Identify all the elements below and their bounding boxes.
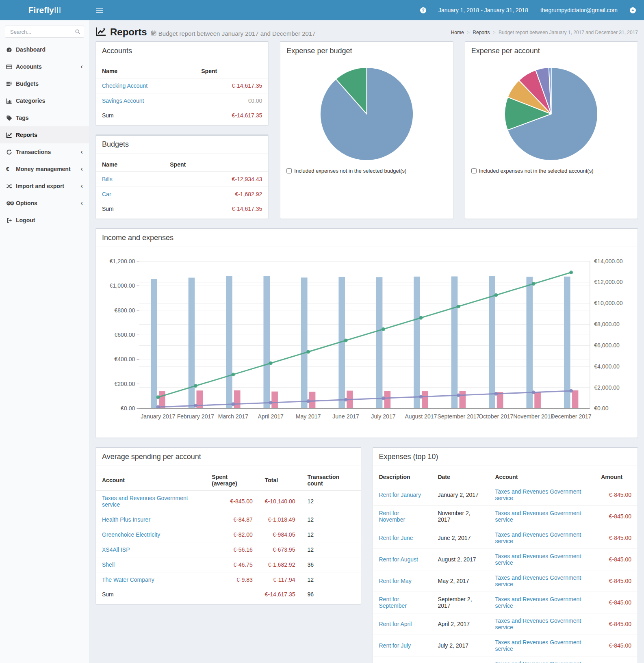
transaction-amount: €-845.00 xyxy=(595,506,637,527)
sum-total: €-14,617.35 xyxy=(259,587,301,602)
col-header-spent: Spent xyxy=(195,64,268,78)
accounts-box-title: Accounts xyxy=(96,42,268,60)
svg-text:September 2017: September 2017 xyxy=(437,413,479,420)
transaction-count: 12 xyxy=(301,512,360,527)
sidebar-item-dashboard[interactable]: Dashboard xyxy=(0,41,89,58)
help-icon[interactable]: ? xyxy=(420,7,426,13)
euro-icon: € xyxy=(6,166,16,172)
svg-text:€0.00: €0.00 xyxy=(121,405,135,412)
transaction-link[interactable]: Rent for November xyxy=(379,510,405,523)
table-row: Shell €-46.75 €-1,682.92 36 xyxy=(96,557,361,572)
brand-logo[interactable]: FireflyIII xyxy=(0,0,89,20)
logout-icon xyxy=(6,217,16,223)
sidebar-item-budgets[interactable]: Budgets xyxy=(0,75,89,92)
table-row: Health Plus Insurer €-84.87 €-1,018.49 1… xyxy=(96,512,361,527)
include-other-budget-expenses-checkbox[interactable] xyxy=(286,168,292,173)
transaction-date: November 2, 2017 xyxy=(432,506,489,527)
budget-link[interactable]: Bills xyxy=(102,176,113,182)
sidebar-item-logout[interactable]: Logout xyxy=(0,212,89,229)
table-row: Bills €-12,934.43 xyxy=(96,172,268,187)
accounts-box: Accounts Name Spent xyxy=(95,41,269,126)
transaction-amount: €-845.00 xyxy=(595,613,637,635)
account-link[interactable]: Taxes and Revenues Government service xyxy=(495,510,581,523)
sidebar-item-transactions[interactable]: Transactions ‹ xyxy=(0,143,89,160)
sidebar-item-accounts[interactable]: Accounts ‹ xyxy=(0,58,89,75)
total-amount: €-673.95 xyxy=(259,542,301,557)
dashboard-icon xyxy=(6,47,16,53)
date-range-link[interactable]: January 1, 2018 - January 31, 2018 xyxy=(438,7,528,13)
account-link[interactable]: Greenchoice Electricity xyxy=(102,531,160,538)
sidebar-item-money-management[interactable]: € Money management ‹ xyxy=(0,160,89,178)
chevron-left-icon: ‹ xyxy=(80,65,83,69)
line-chart-icon xyxy=(6,132,16,138)
sidebar-item-import-export[interactable]: Import and export ‹ xyxy=(0,178,89,195)
svg-text:February 2017: February 2017 xyxy=(177,413,215,420)
table-row: Savings Account €0.00 xyxy=(96,93,268,108)
transaction-count: 12 xyxy=(301,542,360,557)
sidebar: Dashboard Accounts ‹ Budgets Categories … xyxy=(0,20,89,663)
breadcrumb-current: Budget report between January 1, 2017 an… xyxy=(499,30,638,35)
col-header-description: Description xyxy=(373,470,432,484)
transaction-link[interactable]: Rent for January xyxy=(379,492,421,498)
transaction-amount: €-845.00 xyxy=(595,635,637,656)
account-link[interactable]: Taxes and Revenues Government service xyxy=(495,553,581,566)
avg-amount: €-9.83 xyxy=(206,572,258,587)
account-link[interactable]: Health Plus Insurer xyxy=(102,516,150,523)
account-link[interactable]: Taxes and Revenues Government service xyxy=(495,661,581,663)
average-spending-box: Average spending per account Account Spe… xyxy=(95,447,361,604)
breadcrumb-home[interactable]: Home xyxy=(451,30,464,35)
account-link[interactable]: Taxes and Revenues Government service xyxy=(495,574,581,587)
credit-card-icon xyxy=(6,64,16,70)
breadcrumb-reports[interactable]: Reports xyxy=(473,30,490,35)
sidebar-toggle-button[interactable] xyxy=(89,0,110,20)
include-other-account-expenses-checkbox[interactable] xyxy=(471,168,477,173)
sidebar-item-options[interactable]: ⚙⚙ Options ‹ xyxy=(0,195,89,212)
income-expenses-title: Income and expenses xyxy=(96,229,637,247)
account-link[interactable]: The Water Company xyxy=(102,576,154,583)
random-arrows-icon xyxy=(6,183,16,189)
transaction-link[interactable]: Rent for May xyxy=(379,578,412,584)
col-header-date: Date xyxy=(432,470,489,484)
table-row: Rent for November November 2, 2017 Taxes… xyxy=(373,506,638,527)
budget-link[interactable]: Car xyxy=(102,191,111,197)
user-email-link[interactable]: thegrumpydictator@gmail.com xyxy=(540,7,618,13)
spent-amount: €-14,617.35 xyxy=(232,82,262,89)
average-spending-title: Average spending per account xyxy=(96,448,361,466)
table-row: Rent for June June 2, 2017 Taxes and Rev… xyxy=(373,527,638,549)
svg-text:August 2017: August 2017 xyxy=(405,413,437,420)
transaction-link[interactable]: Rent for August xyxy=(379,556,418,563)
sidebar-item-reports[interactable]: Reports xyxy=(0,126,89,143)
account-link[interactable]: Taxes and Revenues Government service xyxy=(495,618,581,630)
sum-row: Sum €-14,617.35 xyxy=(96,108,268,123)
checkbox-label: Included expenses not in the selected bu… xyxy=(294,168,406,174)
bar-chart-icon xyxy=(6,98,16,104)
refresh-icon xyxy=(6,149,16,155)
page-subtitle: Budget report between January 2017 and D… xyxy=(158,30,316,37)
account-link[interactable]: XS4All ISP xyxy=(102,546,130,553)
account-link[interactable]: Taxes and Revenues Government service xyxy=(495,596,581,609)
svg-text:€1,200.00: €1,200.00 xyxy=(110,258,135,264)
account-link[interactable]: Taxes and Revenues Government service xyxy=(495,531,581,544)
transaction-link[interactable]: Rent for July xyxy=(379,642,411,649)
svg-text:July 2017: July 2017 xyxy=(371,413,395,420)
sidebar-item-tags[interactable]: Tags xyxy=(0,109,89,126)
hamburger-icon xyxy=(96,8,103,9)
account-link[interactable]: Shell xyxy=(102,561,115,568)
new-transaction-icon[interactable]: + xyxy=(630,7,636,13)
expense-per-account-title: Expense per account xyxy=(465,42,637,60)
account-link[interactable]: Savings Account xyxy=(102,98,144,104)
transaction-link[interactable]: Rent for April xyxy=(379,621,412,627)
svg-text:December 2017: December 2017 xyxy=(551,413,592,420)
avg-amount: €-46.75 xyxy=(206,557,258,572)
account-link[interactable]: Taxes and Revenues Government service xyxy=(102,495,188,508)
account-link[interactable]: Checking Account xyxy=(102,82,147,89)
transaction-link[interactable]: Rent for June xyxy=(379,535,413,541)
svg-text:October 2017: October 2017 xyxy=(479,413,513,420)
sidebar-item-categories[interactable]: Categories xyxy=(0,92,89,109)
account-link[interactable]: Taxes and Revenues Government service xyxy=(495,639,581,652)
search-input[interactable] xyxy=(5,26,84,38)
svg-text:March 2017: March 2017 xyxy=(218,413,248,420)
transaction-date: May 2, 2017 xyxy=(432,570,489,592)
account-link[interactable]: Taxes and Revenues Government service xyxy=(495,488,581,501)
transaction-link[interactable]: Rent for September xyxy=(379,596,407,609)
